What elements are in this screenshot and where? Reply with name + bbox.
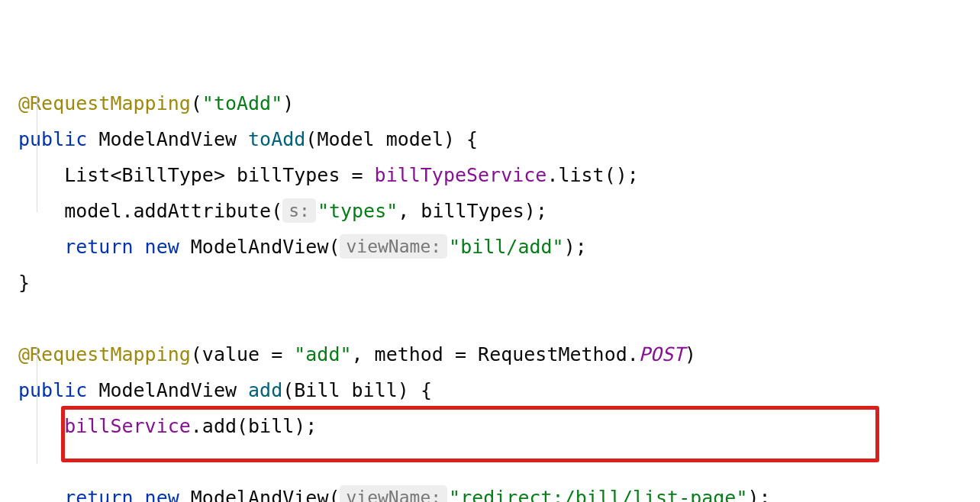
inlay-hint[interactable]: viewName:: [340, 234, 447, 259]
text: (: [282, 379, 294, 401]
code-line[interactable]: @RequestMapping("toAdd"): [18, 92, 294, 114]
param-name: bill: [352, 379, 398, 401]
string-literal: "toAdd": [202, 92, 282, 114]
field-ref: billService: [64, 415, 191, 437]
inlay-hint[interactable]: viewName:: [340, 485, 447, 502]
keyword: return: [64, 236, 133, 258]
code-line[interactable]: List<BillType> billTypes = billTypeServi…: [18, 164, 639, 186]
text: .add(bill);: [191, 415, 318, 437]
text: ): [282, 92, 294, 114]
keyword: new: [145, 487, 179, 502]
text: );: [564, 236, 587, 258]
type: ModelAndView(: [191, 487, 340, 502]
annotation-name: RequestMapping: [30, 92, 191, 114]
keyword: return: [64, 487, 133, 502]
annotation-at: @: [18, 343, 30, 365]
inlay-hint[interactable]: s:: [282, 198, 316, 223]
enum-constant: POST: [639, 343, 685, 365]
string-literal: "types": [318, 200, 398, 222]
text: ): [398, 379, 409, 401]
keyword: public: [18, 379, 87, 401]
method-decl-name: toAdd: [248, 128, 305, 150]
annotation-at: @: [18, 92, 30, 114]
text: (: [305, 128, 317, 150]
text: ): [685, 343, 696, 365]
code-line[interactable]: billService.add(bill);: [18, 415, 317, 437]
indent-guide: [37, 95, 37, 212]
type: Model: [317, 128, 374, 150]
text: ): [443, 128, 455, 150]
brace: {: [455, 128, 478, 150]
text: , billTypes);: [398, 200, 547, 222]
code-line[interactable]: @RequestMapping(value = "add", method = …: [18, 343, 696, 365]
text: );: [747, 487, 770, 502]
string-literal: "add": [294, 343, 351, 365]
text: model.addAttribute(: [64, 200, 282, 222]
text: (value =: [191, 343, 294, 365]
method-decl-name: add: [248, 379, 282, 401]
text: (: [191, 92, 202, 114]
text: , method = RequestMethod.: [352, 343, 639, 365]
keyword: new: [145, 236, 179, 258]
string-literal: "bill/add": [449, 236, 564, 258]
code-line[interactable]: model.addAttribute(s:"types", billTypes)…: [18, 200, 547, 222]
param-name: model: [386, 128, 443, 150]
code-editor[interactable]: @RequestMapping("toAdd") public ModelAnd…: [0, 0, 980, 502]
type: ModelAndView(: [191, 236, 340, 258]
code-line[interactable]: return new ModelAndView(viewName:"bill/a…: [18, 236, 587, 258]
string-literal: "redirect:/bill/list-page": [449, 487, 747, 502]
code-line[interactable]: return new ModelAndView(viewName:"redire…: [18, 487, 771, 502]
brace: {: [409, 379, 432, 401]
text: List<BillType> billTypes =: [64, 164, 374, 186]
type: Bill: [294, 379, 340, 401]
annotation-name: RequestMapping: [30, 343, 191, 365]
text: .list();: [546, 164, 638, 186]
code-line[interactable]: public ModelAndView add(Bill bill) {: [18, 379, 432, 401]
indent-guide: [37, 346, 37, 464]
code-line[interactable]: [18, 307, 30, 330]
type: ModelAndView: [98, 379, 237, 401]
type: ModelAndView: [98, 128, 237, 150]
code-line[interactable]: [18, 451, 30, 473]
brace: }: [18, 272, 30, 294]
keyword: public: [18, 128, 87, 150]
code-line[interactable]: }: [18, 272, 30, 294]
code-line[interactable]: public ModelAndView toAdd(Model model) {: [18, 128, 478, 150]
field-ref: billTypeService: [375, 164, 547, 186]
